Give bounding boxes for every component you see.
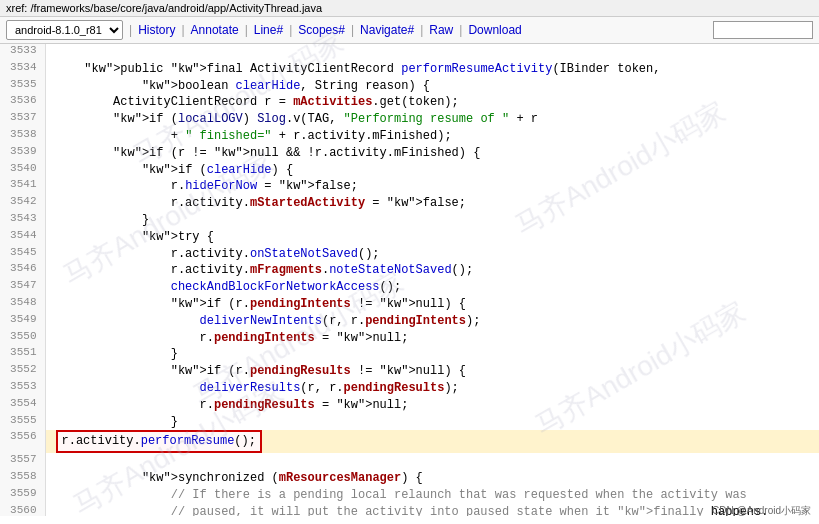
line-number: 3544	[0, 229, 45, 246]
code-line: r.pendingResults = "kw">null;	[45, 397, 819, 414]
line-number: 3552	[0, 363, 45, 380]
code-table: 3533 3534 "kw">public "kw">final Activit…	[0, 44, 819, 516]
code-line: "kw">if (r != "kw">null && !r.activity.m…	[45, 145, 819, 162]
code-line: r.pendingIntents = "kw">null;	[45, 330, 819, 347]
line-number: 3549	[0, 313, 45, 330]
nav-annotate[interactable]: Annotate	[191, 23, 239, 37]
line-number: 3538	[0, 128, 45, 145]
line-number: 3541	[0, 178, 45, 195]
code-line: "kw">if (r.pendingResults != "kw">null) …	[45, 363, 819, 380]
code-line: }	[45, 212, 819, 229]
line-number: 3543	[0, 212, 45, 229]
sep-3: |	[245, 23, 248, 37]
sep-5: |	[351, 23, 354, 37]
nav-download[interactable]: Download	[468, 23, 521, 37]
line-number: 3560	[0, 504, 45, 516]
line-number: 3533	[0, 44, 45, 61]
code-line: "kw">if (r.pendingIntents != "kw">null) …	[45, 296, 819, 313]
code-line: r.hideForNow = "kw">false;	[45, 178, 819, 195]
code-area: 3533 3534 "kw">public "kw">final Activit…	[0, 44, 819, 516]
line-number: 3550	[0, 330, 45, 347]
code-line: r.activity.mFragments.noteStateNotSaved(…	[45, 262, 819, 279]
sep-4: |	[289, 23, 292, 37]
line-number: 3545	[0, 246, 45, 263]
line-number: 3539	[0, 145, 45, 162]
code-line: "kw">if (clearHide) {	[45, 162, 819, 179]
code-line	[45, 453, 819, 470]
branding: CDN @Android小码家	[712, 504, 811, 518]
file-path: xref: /frameworks/base/core/java/android…	[0, 0, 819, 17]
line-number: 3546	[0, 262, 45, 279]
line-number: 3557	[0, 453, 45, 470]
line-number: 3559	[0, 487, 45, 504]
nav-scopes[interactable]: Scopes#	[298, 23, 345, 37]
line-number: 3542	[0, 195, 45, 212]
nav-navigate[interactable]: Navigate#	[360, 23, 414, 37]
code-line: + " finished=" + r.activity.mFinished);	[45, 128, 819, 145]
code-line: "kw">synchronized (mResourcesManager) {	[45, 470, 819, 487]
nav-raw[interactable]: Raw	[429, 23, 453, 37]
code-line: }	[45, 414, 819, 431]
version-select[interactable]: android-8.1.0_r81	[6, 20, 123, 40]
line-number: 3548	[0, 296, 45, 313]
code-line: r.activity.mStartedActivity = "kw">false…	[45, 195, 819, 212]
code-line: "kw">try {	[45, 229, 819, 246]
line-number: 3540	[0, 162, 45, 179]
code-line: deliverResults(r, r.pendingResults);	[45, 380, 819, 397]
code-line: }	[45, 346, 819, 363]
code-line: checkAndBlockForNetworkAccess();	[45, 279, 819, 296]
code-line: "kw">public "kw">final ActivityClientRec…	[45, 61, 819, 78]
line-number: 3534	[0, 61, 45, 78]
code-line: "kw">boolean clearHide, String reason) {	[45, 78, 819, 95]
line-number: 3554	[0, 397, 45, 414]
line-number: 3535	[0, 78, 45, 95]
line-number: 3536	[0, 94, 45, 111]
line-number: 3556	[0, 430, 45, 453]
code-line: // paused, it will put the activity into…	[45, 504, 819, 516]
sep-6: |	[420, 23, 423, 37]
nav-history[interactable]: History	[138, 23, 175, 37]
sep-2: |	[181, 23, 184, 37]
code-line: ActivityClientRecord r = mActivities.get…	[45, 94, 819, 111]
line-number: 3537	[0, 111, 45, 128]
line-number: 3551	[0, 346, 45, 363]
line-number: 3555	[0, 414, 45, 431]
sep-7: |	[459, 23, 462, 37]
line-number: 3553	[0, 380, 45, 397]
code-line	[45, 44, 819, 61]
code-line: r.activity.performResume();	[45, 430, 819, 453]
code-line: r.activity.onStateNotSaved();	[45, 246, 819, 263]
search-input[interactable]	[713, 21, 813, 39]
line-number: 3547	[0, 279, 45, 296]
code-line: "kw">if (localLOGV) Slog.v(TAG, "Perform…	[45, 111, 819, 128]
code-line: // If there is a pending local relaunch …	[45, 487, 819, 504]
code-line: deliverNewIntents(r, r.pendingIntents);	[45, 313, 819, 330]
nav-line[interactable]: Line#	[254, 23, 283, 37]
nav-bar: android-8.1.0_r81 | History | Annotate |…	[0, 17, 819, 44]
line-number: 3558	[0, 470, 45, 487]
sep-1: |	[129, 23, 132, 37]
